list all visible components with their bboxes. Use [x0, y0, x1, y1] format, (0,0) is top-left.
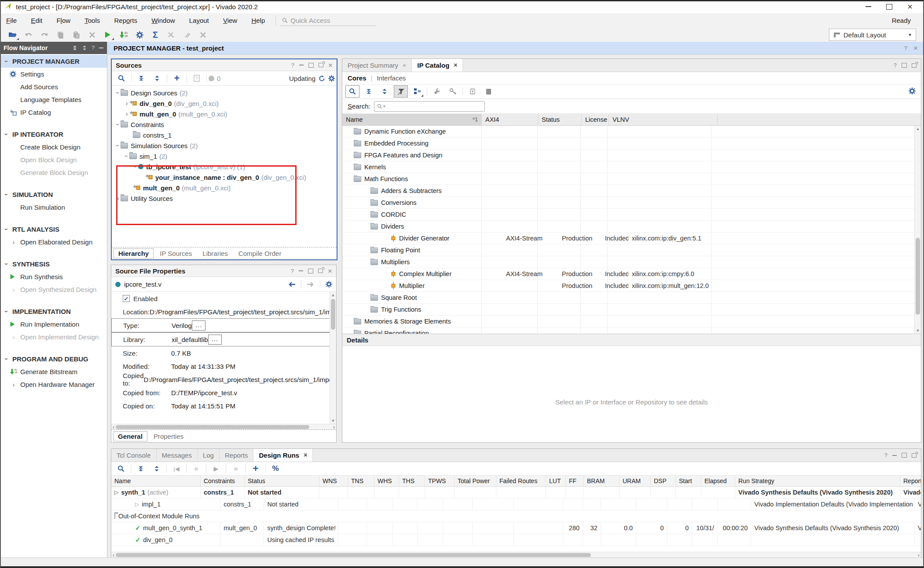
source-tree-row[interactable]: › mult_gen_0 (mult_gen_0.xci) — [112, 109, 337, 119]
catalog-row[interactable]: › Partial Reconfiguration — [342, 328, 921, 334]
menu-item[interactable]: View — [217, 17, 243, 24]
tab-properties[interactable]: Properties — [149, 432, 188, 441]
column-vlnv[interactable]: VLNV — [609, 114, 718, 125]
minimize-icon[interactable] — [892, 455, 897, 456]
menu-item[interactable]: Help — [245, 17, 271, 24]
column-header[interactable]: TPWS — [425, 476, 455, 486]
search-button[interactable] — [115, 73, 128, 84]
delete-button[interactable] — [85, 29, 99, 40]
generate-bitstream-button[interactable]: 0110 — [117, 29, 130, 40]
catalog-row[interactable]: › Memories & Storage Elements — [342, 316, 921, 328]
column-header[interactable]: Start — [676, 476, 701, 486]
subtab-interfaces[interactable]: Interfaces — [377, 74, 406, 82]
collapse-all-icon[interactable] — [72, 45, 77, 51]
tab-tcl-console[interactable]: Tcl Console — [111, 449, 157, 462]
flow-navigator-row[interactable]: › 0110 › Generate Bitstream — [0, 365, 107, 378]
enabled-checkbox[interactable]: ✓ — [123, 295, 130, 302]
scroll-up-icon[interactable]: ▲ — [330, 292, 336, 298]
close-tab-icon[interactable]: × — [304, 451, 307, 459]
close-tab-icon[interactable]: × — [403, 62, 406, 69]
flow-navigator-row[interactable]: › 0110 › IP INTEGRATOR — [0, 128, 107, 141]
add-sources-button[interactable]: + — [170, 73, 183, 84]
license-button[interactable] — [446, 86, 459, 97]
tab-general[interactable]: General — [113, 431, 147, 441]
filter-button[interactable] — [394, 85, 408, 98]
flow-navigator-row[interactable]: › 0110 › Open Implemented Design — [0, 331, 107, 343]
help-icon[interactable]: ? — [92, 45, 95, 51]
catalog-row[interactable]: › Trig Functions — [342, 304, 921, 316]
window-close-button[interactable]: × — [907, 2, 913, 11]
column-header[interactable]: WHS — [374, 476, 399, 486]
flow-navigator-row[interactable]: › 0110 › SYNTHESIS — [0, 258, 107, 270]
window-maximize-button[interactable] — [886, 4, 892, 10]
flow-navigator-row[interactable]: › 0110 › RTL ANALYSIS — [0, 223, 107, 236]
float-icon[interactable] — [912, 453, 917, 458]
flow-navigator-row[interactable]: › 0110 › Run Simulation — [0, 201, 107, 214]
copy-button[interactable] — [54, 29, 67, 40]
menu-item[interactable]: Edit — [25, 17, 48, 24]
menu-item[interactable]: Tools — [78, 17, 106, 24]
tab-project-summary[interactable]: Project Summary × — [342, 59, 412, 72]
tab-ip-sources[interactable]: IP Sources — [155, 249, 196, 258]
menu-item[interactable]: File — [0, 17, 23, 24]
create-run-button[interactable]: + — [249, 463, 262, 474]
maximize-icon[interactable] — [902, 63, 907, 68]
properties-title-bar[interactable]: Source File Properties ? × — [111, 265, 336, 277]
column-header[interactable]: DSP — [651, 476, 676, 486]
tab-log[interactable]: Log — [198, 449, 220, 462]
design-runs-horizontal-scrollbar[interactable]: ‹ › — [111, 552, 921, 558]
column-header[interactable]: FF — [566, 476, 584, 486]
catalog-row[interactable]: › Kernels — [342, 161, 921, 173]
more-button[interactable]: ... — [208, 335, 222, 345]
search-input[interactable]: ▾ — [374, 101, 485, 112]
column-header[interactable]: WNS — [319, 476, 348, 486]
column-name[interactable]: Name ^1 — [342, 114, 482, 125]
close-icon[interactable]: × — [328, 62, 333, 69]
back-arrow-icon[interactable] — [288, 281, 296, 288]
help-icon[interactable]: ? — [291, 268, 294, 274]
maximize-icon[interactable] — [308, 269, 313, 273]
maximize-icon[interactable] — [308, 63, 314, 68]
window-minimize-button[interactable] — [865, 6, 871, 7]
pencil-edit-button[interactable] — [180, 29, 194, 40]
design-run-row[interactable]: › ▷ ✓ Out-of-Context Module Runs — [111, 510, 921, 522]
tab-design-runs[interactable]: Design Runs × — [253, 449, 313, 462]
help-icon[interactable]: ? — [894, 62, 897, 69]
run-step-button[interactable]: ▶ — [209, 463, 223, 474]
percent-utilization-button[interactable]: % — [269, 463, 282, 474]
abort-button[interactable] — [196, 29, 209, 40]
minimize-icon[interactable] — [299, 65, 304, 66]
settings-button[interactable] — [133, 29, 146, 40]
flow-navigator-row[interactable]: › 0110 › Open Elaborated Design — [0, 236, 107, 248]
tree-chevron-icon[interactable]: › — [124, 100, 129, 107]
source-tree-row[interactable]: › Simulation Sources (2) — [112, 140, 337, 151]
flow-navigator-row[interactable]: › 0110 › Run Synthesis — [0, 270, 107, 283]
column-header[interactable]: Failed Routes — [496, 476, 546, 486]
catalog-row[interactable]: › Embedded Processing — [342, 138, 921, 149]
gear-icon[interactable] — [328, 75, 335, 82]
minimize-icon[interactable] — [299, 270, 303, 271]
help-icon[interactable]: ? — [904, 45, 907, 51]
sources-title-bar[interactable]: Sources ? × — [112, 59, 337, 71]
flow-navigator-row[interactable]: › 0110 › IP Catalog — [0, 106, 107, 119]
collapse-all-button[interactable] — [135, 73, 148, 84]
flow-navigator-row[interactable]: › 0110 › Add Sources — [0, 80, 107, 93]
flow-navigator-row[interactable]: › 0110 › PROGRAM AND DEBUG — [0, 353, 107, 365]
flow-navigator-row[interactable]: › 0110 › Language Templates — [0, 93, 107, 106]
column-header[interactable]: BRAM — [584, 476, 620, 486]
column-header[interactable]: Report Strategy — [900, 476, 921, 486]
tab-libraries[interactable]: Libraries — [198, 249, 232, 258]
column-header[interactable]: Run Strategy — [735, 476, 900, 486]
expand-all-icon[interactable] — [82, 45, 87, 51]
tab-ip-catalog[interactable]: IP Catalog × — [412, 59, 463, 72]
add-to-block-design-button[interactable] — [411, 86, 424, 97]
cancel-run-button[interactable] — [165, 29, 178, 40]
quick-access-search[interactable]: Quick Access — [280, 15, 376, 26]
search-button[interactable] — [345, 85, 359, 98]
scroll-down-icon[interactable]: ▼ — [330, 418, 336, 423]
flow-navigator-row[interactable]: › 0110 › SIMULATION — [0, 188, 107, 201]
scroll-thumb[interactable] — [116, 425, 309, 429]
catalog-row[interactable]: › Conversions — [342, 197, 921, 209]
customize-ip-button[interactable] — [430, 86, 444, 97]
ip-settings-button[interactable] — [466, 86, 479, 97]
